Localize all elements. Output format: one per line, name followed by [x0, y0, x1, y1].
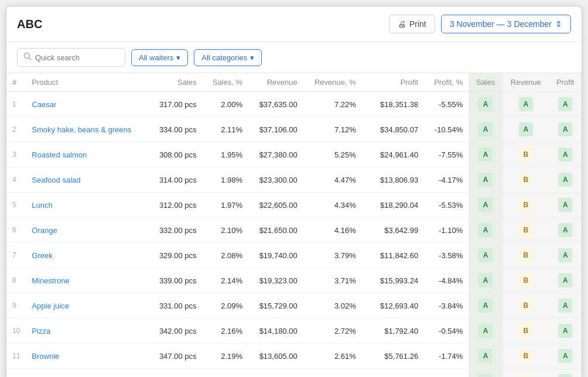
cell-profit-pct: -4.84%	[424, 268, 469, 293]
cell-num: 7	[6, 243, 26, 268]
cell-profit-pct: -3.58%	[424, 243, 469, 268]
cell-product[interactable]: Smoky hake, beans & greens	[26, 117, 148, 142]
cell-badge-profit: A	[549, 293, 582, 318]
cell-profit: $34,850.07	[362, 117, 424, 142]
cell-badge-sales: A	[469, 369, 502, 378]
cell-profit-pct: -10.54%	[424, 117, 469, 142]
cell-num: 11	[6, 344, 26, 369]
cell-badge-profit: A	[549, 193, 582, 218]
cell-badge-sales: A	[469, 142, 502, 167]
cell-revenue-pct: 4.16%	[303, 218, 362, 243]
cell-num: 5	[6, 193, 26, 218]
cell-product[interactable]: Lunch	[26, 193, 148, 218]
cell-badge-revenue: B	[502, 293, 549, 318]
cell-sales: 312.00 pcs	[148, 193, 202, 218]
cell-product[interactable]: Pizza	[26, 318, 148, 344]
cell-badge-revenue: B	[502, 167, 549, 193]
cell-profit: $1,792.40	[362, 318, 424, 344]
col-header-num: #	[6, 73, 26, 92]
table-row: 4 Seafood salad 314.00 pcs 1.98% $23,300…	[6, 167, 582, 193]
cell-sales-pct: 2.00%	[203, 92, 249, 117]
cell-badge-revenue: A	[502, 92, 549, 117]
cell-num: 10	[6, 318, 26, 344]
waiters-dropdown[interactable]: All waiters ▾	[131, 49, 188, 66]
cell-profit-pct: -0.54%	[424, 318, 469, 344]
col-header-badge-profit: Profit	[549, 73, 582, 92]
cell-num: 8	[6, 268, 26, 293]
cell-revenue-pct: 2.72%	[303, 318, 362, 344]
cell-badge-sales: A	[469, 117, 502, 142]
cell-profit-pct: -5.55%	[424, 92, 469, 117]
cell-sales-pct: 2.16%	[203, 318, 249, 344]
table-row: 10 Pizza 342.00 pcs 2.16% $14,180.00 2.7…	[6, 318, 582, 344]
cell-sales: 317.00 pcs	[148, 92, 202, 117]
page-title: ABC	[17, 18, 42, 31]
cell-sales-pct: 2.19%	[203, 344, 249, 369]
cell-badge-profit: A	[549, 243, 582, 268]
cell-sales-pct: 1.97%	[203, 193, 249, 218]
cell-badge-profit: A	[549, 117, 582, 142]
cell-product[interactable]: Orange	[26, 218, 148, 243]
cell-product[interactable]: Minestrone	[26, 268, 148, 293]
cell-sales-pct: 2.10%	[203, 218, 249, 243]
col-header-revenue-pct: Revenue, %	[303, 73, 362, 92]
cell-product[interactable]: Caesar	[26, 92, 148, 117]
print-label: Print	[409, 19, 426, 29]
cell-num: 2	[6, 117, 26, 142]
cell-badge-revenue: B	[502, 369, 549, 378]
cell-badge-revenue: A	[502, 117, 549, 142]
cell-revenue: $12,612.00	[248, 369, 303, 378]
search-icon	[23, 52, 32, 63]
cell-num: 4	[6, 167, 26, 193]
cell-sales: 339.00 pcs	[148, 268, 202, 293]
col-header-sales: Sales	[148, 73, 202, 92]
table-header-row: # Product Sales Sales, % Revenue Revenue…	[6, 73, 582, 92]
cell-product[interactable]: Roasted salmon	[26, 142, 148, 167]
cell-revenue: $37,106.00	[248, 117, 303, 142]
cell-revenue-pct: 4.34%	[303, 193, 362, 218]
cell-product[interactable]: Greek	[26, 243, 148, 268]
waiters-label: All waiters	[139, 53, 173, 62]
cell-num: 9	[6, 293, 26, 318]
cell-product[interactable]: Brownie	[26, 344, 148, 369]
table-row: 9 Apple juice 331.00 pcs 2.09% $15,729.0…	[6, 293, 582, 318]
cell-sales-pct: 2.14%	[203, 268, 249, 293]
search-input[interactable]	[35, 53, 119, 62]
cell-profit-pct: -1.74%	[424, 344, 469, 369]
cell-revenue: $21,650.00	[248, 218, 303, 243]
search-box[interactable]	[17, 48, 125, 67]
table-row: 12 Vegetable 310.00 pcs 1.96% $12,612.00…	[6, 369, 582, 378]
cell-revenue: $19,740.00	[248, 243, 303, 268]
main-window: ABC 🖨 Print 3 November — 3 December ⇕	[6, 6, 582, 377]
cell-revenue-pct: 7.22%	[303, 92, 362, 117]
cell-num: 1	[6, 92, 26, 117]
table-body: 1 Caesar 317.00 pcs 2.00% $37,635.00 7.2…	[6, 92, 582, 378]
cell-revenue: $15,729.00	[248, 293, 303, 318]
print-button[interactable]: 🖨 Print	[389, 15, 435, 33]
cell-revenue-pct: 5.25%	[303, 142, 362, 167]
cell-badge-profit: A	[549, 344, 582, 369]
table-row: 2 Smoky hake, beans & greens 334.00 pcs …	[6, 117, 582, 142]
cell-badge-revenue: B	[502, 268, 549, 293]
cell-badge-revenue: B	[502, 218, 549, 243]
table-row: 6 Orange 332.00 pcs 2.10% $21,650.00 4.1…	[6, 218, 582, 243]
categories-dropdown[interactable]: All categories ▾	[194, 49, 262, 66]
cell-badge-revenue: B	[502, 318, 549, 344]
cell-badge-profit: A	[549, 92, 582, 117]
cell-badge-revenue: B	[502, 243, 549, 268]
cell-product[interactable]: Vegetable	[26, 369, 148, 378]
cell-revenue-pct: 2.61%	[303, 344, 362, 369]
cell-sales: 310.00 pcs	[148, 369, 202, 378]
cell-profit: $18,290.04	[362, 193, 424, 218]
cell-badge-profit: A	[549, 218, 582, 243]
date-range-button[interactable]: 3 November — 3 December ⇕	[441, 15, 571, 33]
date-range-chevron-icon: ⇕	[555, 19, 562, 29]
categories-label: All categories	[201, 53, 247, 62]
cell-profit: $5,761.26	[362, 344, 424, 369]
data-table-wrap: # Product Sales Sales, % Revenue Revenue…	[6, 73, 582, 377]
cell-product[interactable]: Apple juice	[26, 293, 148, 318]
cell-product[interactable]: Seafood salad	[26, 167, 148, 193]
cell-revenue: $22,605.00	[248, 193, 303, 218]
cell-badge-revenue: B	[502, 344, 549, 369]
cell-sales-pct: 1.98%	[203, 167, 249, 193]
